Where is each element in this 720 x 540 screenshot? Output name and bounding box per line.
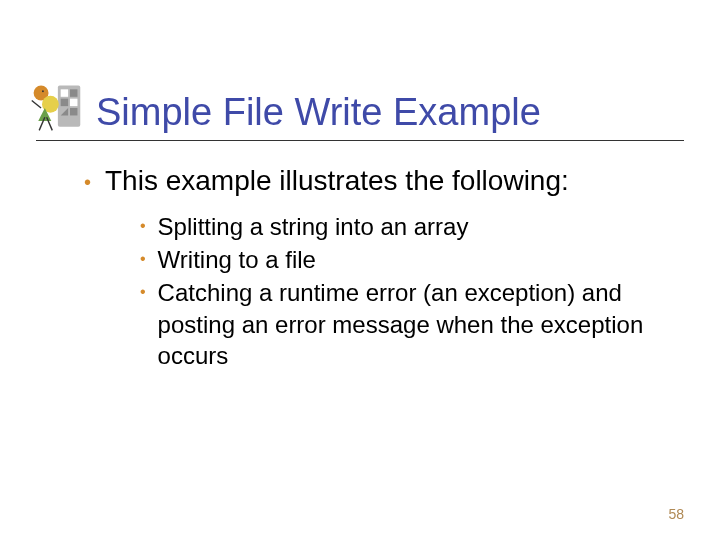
bullet-dot-icon: • bbox=[140, 244, 146, 275]
bullet-level-2: • Writing to a file bbox=[44, 244, 676, 275]
svg-rect-6 bbox=[70, 108, 77, 115]
bullet-text: Catching a runtime error (an exception) … bbox=[158, 277, 676, 371]
slide-title: Simple File Write Example bbox=[96, 92, 541, 136]
bullet-dot-icon: • bbox=[140, 277, 146, 371]
bullet-text: This example illustrates the following: bbox=[105, 165, 569, 199]
svg-rect-2 bbox=[70, 89, 77, 96]
bullet-level-2: • Splitting a string into an array bbox=[44, 211, 676, 242]
bullet-text: Splitting a string into an array bbox=[158, 211, 469, 242]
page-number: 58 bbox=[668, 506, 684, 522]
header-row: Simple File Write Example bbox=[0, 80, 720, 136]
bullet-dot-icon: • bbox=[140, 211, 146, 242]
svg-line-11 bbox=[32, 101, 41, 108]
slide: Simple File Write Example • This example… bbox=[0, 0, 720, 540]
bullet-text: Writing to a file bbox=[158, 244, 316, 275]
bullet-level-1: • This example illustrates the following… bbox=[44, 165, 676, 199]
bullet-dot-icon: • bbox=[84, 165, 91, 199]
svg-rect-1 bbox=[61, 89, 68, 96]
logo-icon bbox=[28, 80, 84, 136]
content-area: • This example illustrates the following… bbox=[0, 141, 720, 371]
bullet-level-2: • Catching a runtime error (an exception… bbox=[44, 277, 676, 371]
svg-rect-4 bbox=[70, 99, 77, 106]
svg-point-8 bbox=[42, 90, 44, 92]
svg-rect-3 bbox=[61, 99, 68, 106]
